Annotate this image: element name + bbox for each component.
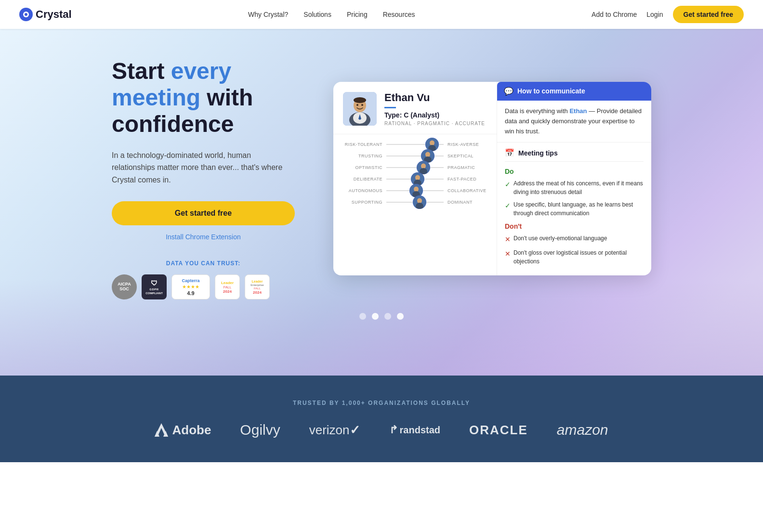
nav-pricing[interactable]: Pricing [347, 11, 368, 18]
do-item-1-text: Address the meat of his concerns, even i… [513, 179, 644, 196]
profile-card: Ethan Vu Type: C (Analyst) RATIONAL · PR… [333, 82, 651, 275]
trait-row-risk: RISK-TOLERANT RISK-AV [343, 142, 487, 147]
communicate-header: 💬 How to communicate [497, 82, 651, 101]
trait-track-trusting [386, 156, 444, 156]
type-label: Type: [384, 111, 402, 119]
dont-item-2-text: Don't gloss over logistical issues or po… [513, 248, 644, 266]
nav-get-started-button[interactable]: Get started free [673, 6, 744, 23]
trait-row-optimistic: OPTIMISTIC PRAGMATIC [343, 165, 487, 170]
logo[interactable]: Crystal [19, 8, 72, 21]
trait-row-supporting: SUPPORTING DOMINANT [343, 200, 487, 205]
traits-section: RISK-TOLERANT RISK-AV [333, 134, 497, 219]
do-item-2-text: Use specific, blunt language, as he lear… [513, 200, 644, 218]
trait-label-supporting: SUPPORTING [343, 200, 386, 205]
trait-label-deliberate: DELIBERATE [343, 177, 386, 182]
trusted-band: TRUSTED BY 1,000+ ORGANIZATIONS GLOBALLY… [0, 376, 763, 462]
svg-point-17 [421, 163, 426, 169]
navigation: Crystal Why Crystal? Solutions Pricing R… [0, 0, 763, 29]
trait-track-risk [386, 144, 444, 145]
trait-row-trusting: TRUSTING SKEPTICAL [343, 154, 487, 158]
x-icon-2: ✕ [505, 249, 511, 259]
svg-point-20 [415, 175, 420, 180]
communicate-title: How to communicate [517, 87, 585, 95]
capterra-badge: Capterra ★★★★ 4.9 [171, 274, 210, 299]
randstad-text: randstad [400, 425, 440, 436]
x-icon-1: ✕ [505, 234, 511, 245]
carousel-dot-2[interactable] [372, 313, 379, 320]
add-to-chrome-link[interactable]: Add to Chrome [592, 11, 637, 18]
dont-item-1-text: Don't use overly-emotional language [513, 234, 607, 243]
randstad-logo: ↱ randstad [389, 424, 440, 436]
communicate-text: Data is everything with Ethan — Provide … [505, 106, 644, 136]
svg-point-8 [356, 104, 358, 106]
trust-badges: AICPASOC 🛡 GDPR COMPLIANT Capterra ★★★★ … [112, 274, 295, 299]
trait-track-autonomous [386, 190, 444, 191]
verizon-text: verizon [309, 423, 350, 437]
nav-why-crystal[interactable]: Why Crystal? [248, 11, 288, 18]
adobe-text: Adobe [172, 423, 211, 438]
communicate-section: 💬 How to communicate Data is everything … [497, 82, 651, 143]
install-chrome-extension-link[interactable]: Install Chrome Extension [112, 233, 295, 241]
trait-dot-supporting [413, 195, 426, 209]
trait-label-pragmatic: PRAGMATIC [444, 165, 487, 170]
nav-resources[interactable]: Resources [383, 11, 415, 18]
profile-type: Type: C (Analyst) [384, 111, 485, 119]
amazon-logo: amazon [557, 422, 608, 438]
check-icon-1: ✓ [505, 180, 511, 190]
svg-point-9 [361, 104, 363, 106]
carousel-dot-3[interactable] [384, 313, 391, 320]
g2-leader-fall-badge: Leader FALL 2024 [215, 274, 240, 299]
trait-label-skeptical: SKEPTICAL [444, 154, 487, 158]
g2-leader-enterprise-badge: Leader Enterprise FALL 2024 [245, 274, 270, 299]
hero-right: Ethan Vu Type: C (Analyst) RATIONAL · PR… [333, 82, 651, 275]
trait-track-optimistic [386, 167, 444, 168]
svg-point-23 [414, 186, 419, 192]
profile-avatar [343, 92, 377, 126]
trait-label-fast-paced: FAST-PACED [444, 177, 487, 182]
logo-icon [19, 8, 33, 21]
do-item-2: ✓ Use specific, blunt language, as he le… [505, 200, 644, 218]
svg-point-11 [430, 140, 434, 145]
chat-icon: 💬 [504, 87, 513, 96]
do-label: Do [505, 168, 644, 175]
hero-left: Start everymeeting withconfidence In a t… [112, 58, 295, 299]
hero-subtitle: In a technology-dominated world, human r… [112, 149, 285, 186]
trait-row-autonomous: AUTONOMOUS COLLABORAT [343, 188, 487, 193]
dont-item-2: ✕ Don't gloss over logistical issues or … [505, 248, 644, 266]
hero-section: Start everymeeting withconfidence In a t… [0, 29, 763, 376]
svg-point-1 [25, 13, 27, 16]
svg-point-7 [354, 97, 366, 103]
trait-label-autonomous: AUTONOMOUS [343, 188, 386, 193]
trust-label: DATA YOU CAN TRUST: [112, 260, 295, 267]
trait-label-risk-tolerant: RISK-TOLERANT [343, 142, 386, 147]
trait-label-risk-averse: RISK-AVERSE [444, 142, 487, 147]
check-icon-2: ✓ [505, 201, 511, 211]
hero-get-started-button[interactable]: Get started free [112, 201, 295, 225]
meeting-tips-section: 📅 Meeting tips Do ✓ Address the meat of … [497, 143, 651, 275]
carousel-dots [359, 313, 404, 320]
login-link[interactable]: Login [646, 11, 663, 18]
calendar-icon: 📅 [505, 148, 514, 157]
carousel-dot-1[interactable] [359, 313, 366, 320]
aicpa-badge: AICPASOC [112, 274, 137, 299]
svg-point-14 [425, 152, 430, 157]
amazon-text: amazon [557, 422, 608, 438]
oracle-logo: ORACLE [469, 423, 528, 438]
trait-track-deliberate [386, 179, 444, 180]
hero-inner: Start everymeeting withconfidence In a t… [92, 58, 671, 299]
svg-point-26 [417, 198, 422, 203]
verizon-logo: verizon✓ [309, 423, 360, 438]
brand-logos: Adobe Ogilvy verizon✓ ↱ randstad ORACLE … [19, 422, 744, 438]
meeting-tips-header: 📅 Meeting tips [505, 148, 644, 162]
logo-text: Crystal [36, 8, 72, 21]
dont-item-1: ✕ Don't use overly-emotional language [505, 234, 644, 245]
profile-divider [384, 107, 396, 108]
verizon-checkmark: ✓ [350, 423, 360, 437]
carousel-dot-4[interactable] [397, 313, 404, 320]
meeting-tips-title: Meeting tips [518, 149, 558, 157]
nav-links: Why Crystal? Solutions Pricing Resources [248, 11, 415, 18]
trait-row-deliberate: DELIBERATE FAST-PACED [343, 177, 487, 182]
gdpr-badge: 🛡 GDPR COMPLIANT [142, 274, 167, 299]
trait-label-optimistic: OPTIMISTIC [343, 165, 386, 170]
nav-solutions[interactable]: Solutions [303, 11, 331, 18]
